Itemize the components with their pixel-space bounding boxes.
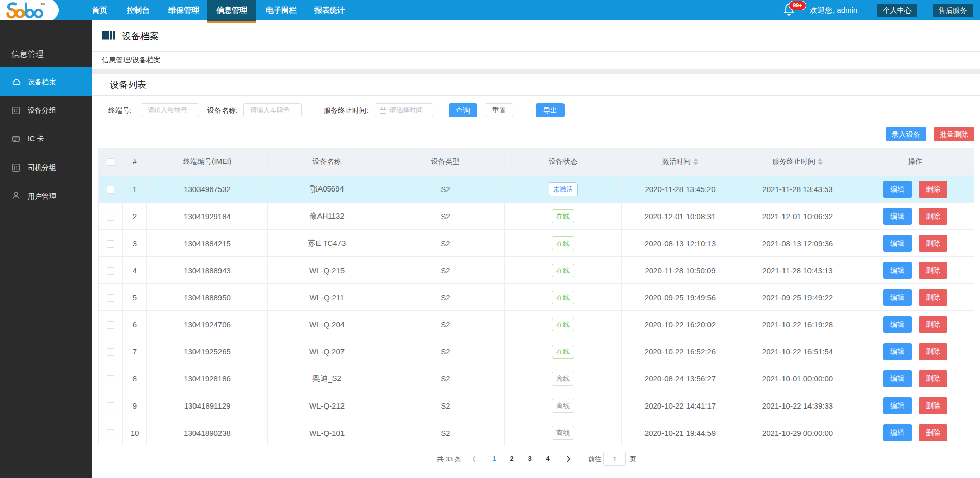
svg-text:TM: TM bbox=[41, 3, 45, 6]
